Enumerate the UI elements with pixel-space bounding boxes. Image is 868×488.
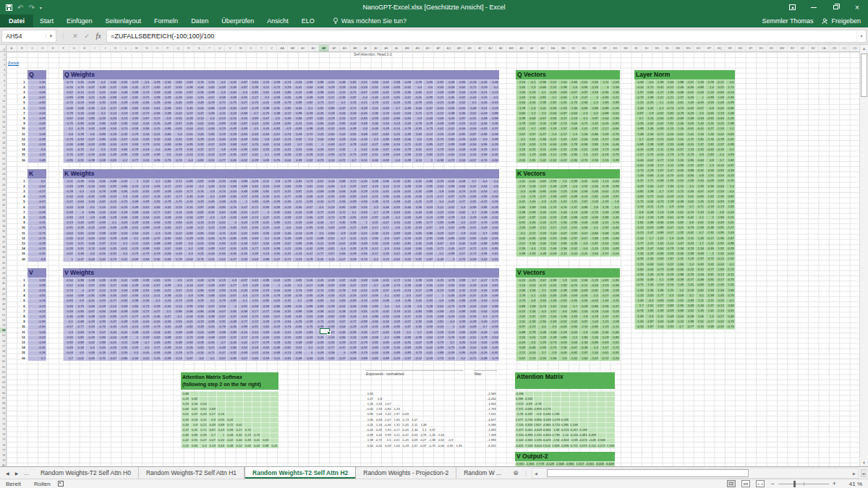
cell[interactable]: -0,05 xyxy=(172,189,183,194)
cell[interactable]: 2,12 xyxy=(537,226,547,231)
cell[interactable]: -0,9 xyxy=(705,106,715,111)
cell[interactable]: 0,79 xyxy=(270,294,281,299)
cell[interactable]: 2,23 xyxy=(537,231,547,236)
cell[interactable]: -0,67 xyxy=(194,283,205,288)
cell[interactable]: 0,03 xyxy=(248,257,259,262)
cell[interactable]: 0,42 xyxy=(181,438,190,443)
cell[interactable]: 0,93 xyxy=(401,335,412,340)
cell[interactable]: 0,09 xyxy=(205,288,216,293)
cell[interactable]: -0,65 xyxy=(216,252,226,257)
cell[interactable]: -5,596 xyxy=(474,422,497,427)
matrix-k-weights[interactable]: -0,11-0,390,510,05-0,88-0,3210,320,1-0,8… xyxy=(63,179,499,262)
cell[interactable]: 0,11 xyxy=(259,85,270,90)
cell[interactable]: -0,65 xyxy=(422,330,433,335)
column-header[interactable]: BU xyxy=(757,45,767,52)
cell[interactable]: 0,43 xyxy=(74,221,85,226)
cell[interactable]: 0,71 xyxy=(488,278,499,283)
cell[interactable]: 1,15 xyxy=(644,116,655,121)
cell[interactable]: 0,65 xyxy=(634,194,644,199)
cell[interactable]: -2,99 xyxy=(568,179,578,184)
cell[interactable]: 0,71 xyxy=(694,205,705,210)
cell[interactable]: 0,06 xyxy=(568,121,578,127)
cell[interactable]: 0,02 xyxy=(150,215,161,220)
cell[interactable]: 0,82 xyxy=(190,396,198,401)
cell[interactable]: -0,26 xyxy=(368,288,379,293)
cell[interactable]: 0,19 xyxy=(216,132,226,137)
cell[interactable]: 0,99 xyxy=(456,278,467,283)
cell[interactable] xyxy=(270,422,278,427)
cell[interactable] xyxy=(401,396,409,401)
cell[interactable]: -0,61 xyxy=(27,85,46,90)
cell[interactable]: 0,06 xyxy=(368,278,379,283)
cell[interactable]: -0,44 xyxy=(226,340,237,345)
cell[interactable]: 0,43 xyxy=(694,262,705,267)
cell[interactable]: -0,08 xyxy=(237,351,248,356)
cell[interactable]: 1,58 xyxy=(644,189,655,194)
cell[interactable]: -0,44 xyxy=(85,257,95,262)
cell[interactable]: 0,15 xyxy=(390,184,401,189)
cell[interactable]: 0,4 xyxy=(172,132,183,137)
cell[interactable]: 1,14 xyxy=(655,210,665,215)
cell[interactable]: -0,02 xyxy=(599,189,609,194)
cell[interactable]: 0,46 xyxy=(477,346,488,351)
cell[interactable]: 0,95 xyxy=(379,194,390,200)
cell[interactable]: 0,66 xyxy=(434,236,445,241)
cell[interactable]: -1,53 xyxy=(715,189,725,194)
cell[interactable]: -0,48 xyxy=(644,210,655,215)
cell[interactable]: 0,47 xyxy=(675,241,685,246)
cell[interactable]: -0,76 xyxy=(205,278,216,283)
cell[interactable]: 1,07 xyxy=(365,396,374,401)
cell[interactable]: -0,78 xyxy=(281,100,292,106)
cell[interactable]: 2,03 xyxy=(589,200,599,205)
cell[interactable]: -1,5 xyxy=(694,111,705,116)
cell[interactable]: 0,5 xyxy=(140,346,150,351)
cell[interactable]: 0,96 xyxy=(477,142,488,147)
cell[interactable]: -0,92 xyxy=(390,294,401,299)
cell[interactable]: 0,24 xyxy=(161,231,172,236)
sheet-tab[interactable]: Random Weights-T2 Self Attn H1 xyxy=(139,467,244,479)
cell[interactable] xyxy=(569,412,579,417)
cell[interactable]: -0,87 xyxy=(467,132,477,137)
cell[interactable]: -0,21 xyxy=(259,179,270,184)
cell[interactable]: 1,03 xyxy=(589,320,599,325)
cell[interactable]: -0,77 xyxy=(150,210,161,215)
cell[interactable]: -0,58 xyxy=(477,210,488,215)
cell[interactable]: -0,16 xyxy=(715,147,725,153)
cell[interactable]: -0,34 xyxy=(85,121,95,127)
matrix-q-weights[interactable]: -0,730,26-0,09-0,20,66-0,05-0,19-0,5-0,9… xyxy=(63,80,499,163)
cell[interactable]: 0,89 xyxy=(74,340,85,345)
cell[interactable]: -0,44 xyxy=(477,236,488,241)
cell[interactable] xyxy=(243,401,252,406)
cell[interactable]: -0,09 xyxy=(248,179,259,184)
cell[interactable]: 0,84 xyxy=(161,132,172,137)
cell[interactable]: -1,52 xyxy=(537,294,547,299)
cell[interactable]: -0,67 xyxy=(270,132,281,137)
cell[interactable]: 2,93 xyxy=(610,116,620,121)
cell[interactable]: -0,78 xyxy=(128,147,139,153)
cell[interactable]: 0,77 xyxy=(128,158,139,163)
cell[interactable]: -0,71 xyxy=(488,314,499,319)
cell[interactable]: -0,94 xyxy=(655,116,665,121)
cell[interactable]: 0,05 xyxy=(95,179,106,184)
cell[interactable]: 0,88 xyxy=(259,257,270,262)
cell[interactable]: 0,32 xyxy=(336,147,346,153)
cell[interactable]: -1,05 xyxy=(685,189,695,194)
cell[interactable]: -0,88 xyxy=(106,95,117,100)
cell[interactable]: -0,62 xyxy=(456,236,467,241)
cell[interactable]: 0,44 xyxy=(106,116,117,121)
cell[interactable]: -0,56 xyxy=(27,325,46,330)
cell[interactable]: -0,03 xyxy=(665,194,675,199)
cell[interactable]: -0,31 xyxy=(128,137,139,142)
cell[interactable]: -0,65 xyxy=(314,121,325,127)
cell[interactable]: 0,28 xyxy=(379,346,390,351)
cell[interactable]: 0,28 xyxy=(325,241,336,246)
cell[interactable]: 0,04 xyxy=(259,241,270,246)
cell[interactable]: -0,175 xyxy=(542,407,552,412)
cell[interactable]: -0,7 xyxy=(325,221,336,226)
cell[interactable]: 0,45 xyxy=(140,351,150,356)
cell[interactable]: -1,87 xyxy=(725,236,735,241)
cell[interactable]: 0,29 xyxy=(634,184,644,189)
cell[interactable]: -0,79 xyxy=(95,189,106,194)
matrix-q-label[interactable]: 0,35-0,610,06-0,67-0,820,52-0,440,09-0,4… xyxy=(27,80,46,163)
cell[interactable]: 0,78 xyxy=(515,412,524,417)
